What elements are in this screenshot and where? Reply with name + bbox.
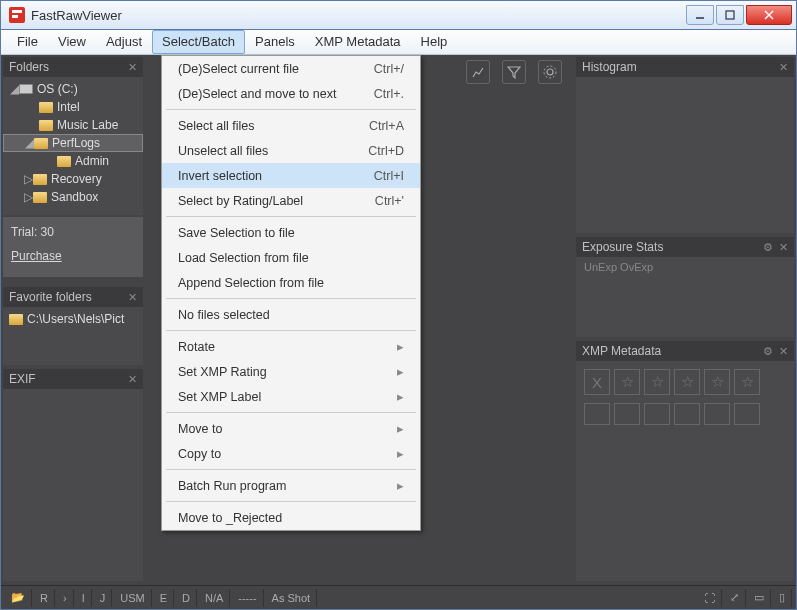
- label-swatch[interactable]: [644, 403, 670, 425]
- status-usm[interactable]: USM: [114, 589, 151, 607]
- label-swatch[interactable]: [674, 403, 700, 425]
- menu-item[interactable]: Set XMP Rating▸: [162, 359, 420, 384]
- menu-item[interactable]: Select all filesCtrl+A: [162, 113, 420, 138]
- minimize-button[interactable]: [686, 5, 714, 25]
- close-icon[interactable]: ✕: [128, 291, 137, 304]
- status-asshot[interactable]: As Shot: [266, 589, 318, 607]
- fullscreen-icon[interactable]: ⤢: [724, 589, 746, 607]
- menu-item-label: Copy to: [178, 447, 397, 461]
- label-swatch[interactable]: [614, 403, 640, 425]
- status-edit[interactable]: -----: [232, 589, 263, 607]
- menu-item[interactable]: Save Selection to file: [162, 220, 420, 245]
- zoom-in-icon[interactable]: ▯: [773, 589, 792, 607]
- close-icon[interactable]: ✕: [779, 61, 788, 74]
- menu-xmp-metadata[interactable]: XMP Metadata: [305, 30, 411, 54]
- menu-shortcut: Ctrl+A: [369, 119, 404, 133]
- menu-item[interactable]: Move to▸: [162, 416, 420, 441]
- filter-icon[interactable]: [502, 60, 526, 84]
- chart-icon[interactable]: [466, 60, 490, 84]
- menu-item[interactable]: Invert selectionCtrl+I: [162, 163, 420, 188]
- favorite-path[interactable]: C:\Users\Nels\Pict: [27, 312, 124, 326]
- close-icon[interactable]: ✕: [128, 61, 137, 74]
- xmp-panel: XMP Metadata⚙✕ X ☆ ☆ ☆ ☆ ☆: [576, 341, 794, 581]
- drive-icon: [19, 84, 33, 94]
- gear-icon[interactable]: ⚙: [763, 241, 773, 254]
- menu-adjust[interactable]: Adjust: [96, 30, 152, 54]
- label-swatch[interactable]: [704, 403, 730, 425]
- folder-open-icon[interactable]: 📂: [5, 589, 32, 607]
- menu-item[interactable]: Batch Run program▸: [162, 473, 420, 498]
- zoom-out-icon[interactable]: ▭: [748, 589, 771, 607]
- chevron-right-icon: ▸: [397, 339, 404, 354]
- menu-item-label: Unselect all files: [178, 144, 368, 158]
- close-button[interactable]: [746, 5, 792, 25]
- menu-item[interactable]: Rotate▸: [162, 334, 420, 359]
- chevron-right-icon: ▸: [397, 478, 404, 493]
- label-swatch[interactable]: [584, 403, 610, 425]
- menu-item[interactable]: Load Selection from file: [162, 245, 420, 270]
- rating-star-3[interactable]: ☆: [674, 369, 700, 395]
- rating-clear[interactable]: X: [584, 369, 610, 395]
- rating-star-1[interactable]: ☆: [614, 369, 640, 395]
- menu-item[interactable]: Select by Rating/LabelCtrl+': [162, 188, 420, 213]
- svg-rect-1: [12, 10, 22, 13]
- menu-item-label: Invert selection: [178, 169, 374, 183]
- menu-file[interactable]: File: [7, 30, 48, 54]
- menu-item-label: Rotate: [178, 340, 397, 354]
- menu-item[interactable]: Set XMP Label▸: [162, 384, 420, 409]
- menu-item[interactable]: Unselect all filesCtrl+D: [162, 138, 420, 163]
- menu-item-label: (De)Select and move to next: [178, 87, 374, 101]
- title-bar: FastRawViewer: [1, 1, 796, 30]
- tree-root: OS (C:): [37, 82, 78, 96]
- histogram-title: Histogram: [582, 60, 637, 74]
- close-icon[interactable]: ✕: [128, 373, 137, 386]
- menu-item[interactable]: Move to _Rejected: [162, 505, 420, 530]
- menu-bar: File View Adjust Select/Batch Panels XMP…: [1, 30, 796, 55]
- menu-select-batch[interactable]: Select/Batch: [152, 30, 245, 54]
- menu-panels[interactable]: Panels: [245, 30, 305, 54]
- menu-item-label: Set XMP Rating: [178, 365, 397, 379]
- folder-tree[interactable]: ◢OS (C:) Intel Music Labe ◢PerfLogs Admi…: [3, 77, 143, 209]
- chevron-right-icon: ▸: [397, 364, 404, 379]
- rating-star-2[interactable]: ☆: [644, 369, 670, 395]
- rating-star-5[interactable]: ☆: [734, 369, 760, 395]
- purchase-link[interactable]: Purchase: [11, 249, 135, 263]
- exposure-title: Exposure Stats: [582, 240, 663, 254]
- menu-item-label: No files selected: [178, 308, 404, 322]
- folder-icon: [33, 174, 47, 185]
- menu-item[interactable]: (De)Select and move to nextCtrl+.: [162, 81, 420, 106]
- status-j[interactable]: J: [94, 589, 113, 607]
- fit-icon[interactable]: ⛶: [698, 589, 722, 607]
- menu-item[interactable]: No files selected: [162, 302, 420, 327]
- svg-point-8: [547, 69, 553, 75]
- menu-item[interactable]: (De)Select current fileCtrl+/: [162, 56, 420, 81]
- tree-item: Recovery: [51, 172, 102, 186]
- menu-shortcut: Ctrl+.: [374, 87, 404, 101]
- window-title: FastRawViewer: [31, 8, 684, 23]
- status-r[interactable]: R: [34, 589, 55, 607]
- maximize-button[interactable]: [716, 5, 744, 25]
- rating-star-4[interactable]: ☆: [704, 369, 730, 395]
- menu-item[interactable]: Copy to▸: [162, 441, 420, 466]
- status-e[interactable]: E: [154, 589, 174, 607]
- menu-item[interactable]: Append Selection from file: [162, 270, 420, 295]
- status-bar: 📂 R › I J USM E D N/A ----- As Shot ⛶ ⤢ …: [1, 585, 796, 609]
- exif-panel: EXIF✕: [3, 369, 143, 581]
- label-swatch[interactable]: [734, 403, 760, 425]
- folder-icon: [57, 156, 71, 167]
- gear-icon[interactable]: [538, 60, 562, 84]
- gear-icon[interactable]: ⚙: [763, 345, 773, 358]
- menu-view[interactable]: View: [48, 30, 96, 54]
- status-d[interactable]: D: [176, 589, 197, 607]
- exif-title: EXIF: [9, 372, 36, 386]
- chevron-right-icon[interactable]: ›: [57, 589, 74, 607]
- menu-help[interactable]: Help: [411, 30, 458, 54]
- status-i[interactable]: I: [76, 589, 92, 607]
- close-icon[interactable]: ✕: [779, 241, 788, 254]
- close-icon[interactable]: ✕: [779, 345, 788, 358]
- svg-marker-7: [508, 67, 520, 78]
- workspace: Folders✕ ◢OS (C:) Intel Music Labe ◢Perf…: [1, 55, 796, 585]
- menu-item-label: Select by Rating/Label: [178, 194, 375, 208]
- folder-icon: [39, 102, 53, 113]
- folders-title: Folders: [9, 60, 49, 74]
